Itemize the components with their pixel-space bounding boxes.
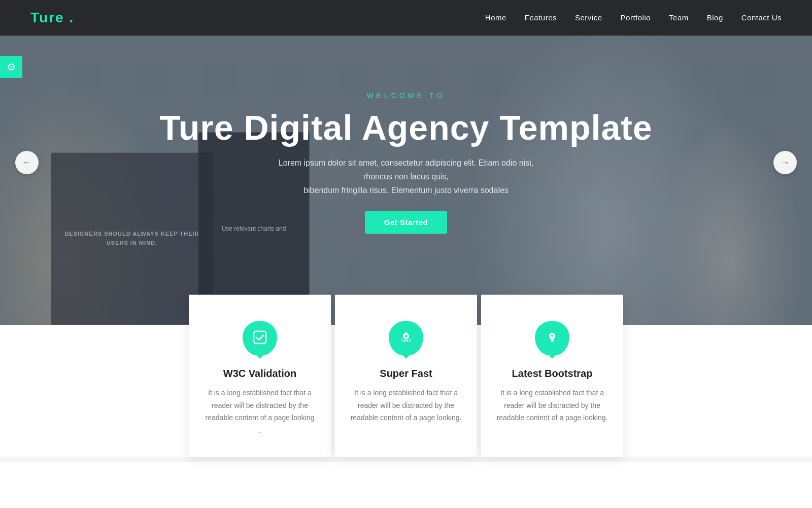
navbar: Ture . Home Features Service Portfolio T…	[0, 0, 812, 36]
rocket-icon	[399, 330, 413, 346]
get-started-button[interactable]: Get Started	[365, 211, 447, 234]
brand-name: Ture	[30, 10, 64, 25]
bootstrap-desc: It is a long established fact that a rea…	[496, 387, 608, 424]
features-section: W3C Validation It is a long established …	[0, 295, 812, 457]
hero-title: Ture Digital Agency Template	[159, 109, 652, 147]
w3c-icon-wrap	[242, 320, 278, 357]
nav-item-portfolio[interactable]: Portfolio	[621, 13, 651, 22]
nav-item-contact[interactable]: Contact Us	[741, 13, 782, 22]
fast-desc: It is a long established fact that a rea…	[350, 387, 462, 424]
arrow-left-icon: ←	[22, 157, 31, 168]
nav-item-home[interactable]: Home	[485, 13, 506, 22]
feature-card-bootstrap: Latest Bootstrap It is a long establishe…	[481, 295, 623, 457]
nav-item-service[interactable]: Service	[575, 13, 602, 22]
w3c-desc: It is a long established fact that a rea…	[204, 387, 316, 436]
svg-rect-5	[551, 341, 553, 342]
svg-rect-4	[551, 340, 554, 341]
w3c-check-icon	[253, 330, 267, 346]
svg-point-1	[405, 335, 408, 338]
bootstrap-icon-wrap	[534, 320, 570, 357]
nav-item-team[interactable]: Team	[669, 13, 689, 22]
fast-icon-wrap	[388, 320, 424, 357]
nav-item-features[interactable]: Features	[525, 13, 557, 22]
w3c-title: W3C Validation	[204, 368, 316, 379]
bootstrap-title: Latest Bootstrap	[496, 368, 608, 379]
brand-dot: .	[64, 10, 75, 25]
arrow-right-icon: →	[781, 157, 790, 168]
fast-title: Super Fast	[350, 368, 462, 379]
feature-card-w3c: W3C Validation It is a long established …	[189, 295, 331, 457]
prev-slide-button[interactable]: ←	[15, 151, 39, 174]
nav-menu: Home Features Service Portfolio Team Blo…	[485, 13, 782, 22]
svg-line-2	[401, 339, 402, 341]
w3c-shield-icon	[243, 321, 277, 356]
brand-logo[interactable]: Ture .	[30, 10, 74, 26]
bulb-icon	[545, 330, 559, 346]
feature-card-fast: Super Fast It is a long established fact…	[335, 295, 477, 457]
next-slide-button[interactable]: →	[773, 151, 797, 174]
bootstrap-shield-icon	[535, 321, 569, 356]
svg-rect-0	[254, 331, 266, 343]
gear-icon: ⚙	[7, 61, 16, 73]
hero-content: WELCOME TO Ture Digital Agency Template …	[159, 91, 652, 233]
nav-item-blog[interactable]: Blog	[707, 13, 723, 22]
settings-button[interactable]: ⚙	[0, 56, 22, 78]
bottom-strip	[0, 457, 812, 462]
svg-line-3	[410, 339, 411, 341]
hero-subtitle: WELCOME TO	[366, 91, 445, 100]
hero-section: DESIGNERS SHOULD ALWAYS KEEP THEIR USERS…	[0, 0, 812, 325]
fast-shield-icon	[389, 321, 423, 356]
hero-description: Lorem ipsum dolor sit amet, consectetur …	[264, 156, 548, 198]
svg-point-6	[551, 335, 553, 337]
